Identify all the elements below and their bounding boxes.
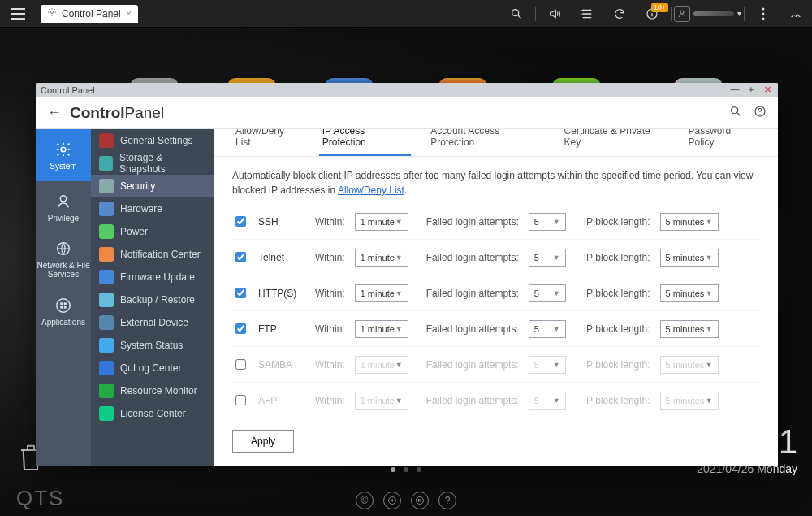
block-select[interactable]: 5 minutes▼	[660, 213, 719, 231]
subnav-general-settings[interactable]: General Settings	[91, 129, 214, 152]
rule-row-afp: AFPWithin:1 minute▼Failed login attempts…	[232, 383, 760, 418]
header-help-icon[interactable]	[754, 105, 767, 121]
tab-allow-deny-list[interactable]: Allow/Deny List	[232, 129, 303, 156]
subnav-qulog-center[interactable]: QuLog Center	[91, 357, 214, 379]
notification-badge: 10+	[651, 3, 668, 12]
info-icon[interactable]: 10+	[636, 0, 668, 28]
subnav-icon	[99, 133, 114, 148]
allow-deny-link[interactable]: Allow/Deny List	[338, 184, 404, 196]
attempts-select[interactable]: 5▼	[529, 392, 566, 410]
attempts-select[interactable]: 5▼	[529, 249, 566, 267]
within-label: Within:	[315, 216, 345, 228]
block-select[interactable]: 5 minutes▼	[660, 356, 719, 374]
rule-service: SAMBA	[258, 359, 305, 371]
dock-icon-2[interactable]	[383, 492, 401, 509]
window-titlebar[interactable]: Control Panel — + ✕	[36, 83, 778, 97]
attempts-select[interactable]: 5▼	[529, 320, 566, 338]
user-menu[interactable]: ▾	[674, 6, 741, 22]
dock-icon-1[interactable]: ©	[356, 492, 374, 509]
attempts-select[interactable]: 5▼	[529, 356, 566, 374]
svg-point-8	[417, 497, 424, 505]
svg-point-16	[57, 298, 71, 312]
more-icon[interactable]	[747, 0, 780, 28]
subnav-system-status[interactable]: System Status	[91, 334, 214, 357]
subnav-label: Security	[120, 180, 155, 192]
dashboard-icon[interactable]	[780, 0, 812, 28]
open-tab[interactable]: Control Panel ×	[41, 5, 138, 23]
attempts-select[interactable]: 5▼	[529, 213, 566, 231]
search-icon[interactable]	[500, 0, 533, 28]
tab-close-icon[interactable]: ×	[126, 7, 132, 20]
tasks-icon[interactable]	[571, 0, 603, 28]
rule-service: AFP	[258, 395, 305, 406]
subnav-security[interactable]: Security	[91, 175, 214, 197]
block-select[interactable]: 5 minutes▼	[660, 320, 719, 338]
back-button[interactable]: ←	[47, 104, 62, 121]
within-select[interactable]: 1 minute▼	[355, 320, 408, 338]
nav-system[interactable]: System	[36, 129, 91, 181]
within-select[interactable]: 1 minute▼	[355, 213, 408, 231]
subnav-icon	[99, 224, 114, 239]
rule-checkbox[interactable]	[235, 323, 246, 334]
dock-icon-3[interactable]	[411, 492, 429, 509]
header-search-icon[interactable]	[729, 105, 742, 121]
tab-ip-access-protection[interactable]: IP Access Protection	[319, 129, 411, 156]
rule-service: HTTP(S)	[258, 288, 305, 299]
svg-point-11	[732, 106, 738, 113]
svg-rect-17	[60, 302, 63, 305]
os-logo: QTS	[16, 486, 64, 511]
rule-service: Telnet	[258, 252, 305, 263]
sync-icon[interactable]	[603, 0, 636, 28]
tab-label: Control Panel	[62, 8, 121, 20]
failed-label: Failed login attempts:	[426, 359, 519, 371]
within-label: Within:	[315, 395, 345, 406]
rule-checkbox[interactable]	[235, 359, 246, 370]
nav-network[interactable]: Network & File Services	[36, 233, 91, 285]
subnav-resource-monitor[interactable]: Resource Monitor	[91, 379, 214, 402]
rule-checkbox[interactable]	[235, 395, 246, 405]
subnav-license-center[interactable]: License Center	[91, 402, 214, 425]
nav-applications[interactable]: Applications	[36, 285, 91, 337]
subnav-hardware[interactable]: Hardware	[91, 197, 214, 220]
apply-button[interactable]: Apply	[232, 430, 294, 453]
tab-account-access-protection[interactable]: Account Access Protection	[427, 129, 544, 156]
subnav-icon	[99, 179, 114, 193]
subnav-backup-restore[interactable]: Backup / Restore	[91, 288, 214, 311]
rule-checkbox[interactable]	[235, 252, 246, 262]
dock-icon-4[interactable]: ?	[438, 492, 456, 509]
user-icon	[674, 6, 690, 22]
block-label: IP block length:	[584, 216, 650, 228]
page-dots[interactable]	[391, 467, 421, 472]
rule-checkbox[interactable]	[235, 216, 246, 227]
within-select[interactable]: 1 minute▼	[355, 392, 408, 410]
within-label: Within:	[315, 323, 345, 335]
menu-button[interactable]	[0, 0, 36, 28]
block-select[interactable]: 5 minutes▼	[660, 284, 719, 302]
subnav-storage-snapshots[interactable]: Storage & Snapshots	[91, 152, 214, 175]
subnav-firmware-update[interactable]: Firmware Update	[91, 266, 214, 288]
subnav-icon	[99, 247, 114, 262]
attempts-select[interactable]: 5▼	[529, 284, 566, 302]
block-label: IP block length:	[584, 359, 650, 371]
within-select[interactable]: 1 minute▼	[355, 284, 408, 302]
block-select[interactable]: 5 minutes▼	[660, 392, 719, 410]
volume-icon[interactable]	[538, 0, 571, 28]
window-minimize-icon[interactable]: —	[729, 85, 741, 95]
within-select[interactable]: 1 minute▼	[355, 249, 408, 267]
nav-privilege[interactable]: Privilege	[36, 181, 91, 233]
dock: © ?	[356, 492, 456, 509]
failed-label: Failed login attempts:	[426, 395, 519, 406]
subnav-notification-center[interactable]: Notification Center	[91, 243, 214, 266]
within-select[interactable]: 1 minute▼	[355, 356, 408, 374]
rule-checkbox[interactable]	[235, 288, 246, 298]
subnav-power[interactable]: Power	[91, 220, 214, 243]
window-close-icon[interactable]: ✕	[762, 85, 773, 95]
block-select[interactable]: 5 minutes▼	[660, 249, 719, 267]
window-maximize-icon[interactable]: +	[745, 85, 757, 95]
block-label: IP block length:	[584, 395, 650, 406]
tab-bar: Allow/Deny ListIP Access ProtectionAccou…	[214, 129, 778, 157]
tab-certificate-private-key[interactable]: Certificate & Private Key	[561, 129, 669, 156]
subnav-external-device[interactable]: External Device	[91, 311, 214, 334]
tab-password-policy[interactable]: Password Policy	[685, 129, 760, 156]
subnav-label: Firmware Update	[120, 271, 195, 283]
